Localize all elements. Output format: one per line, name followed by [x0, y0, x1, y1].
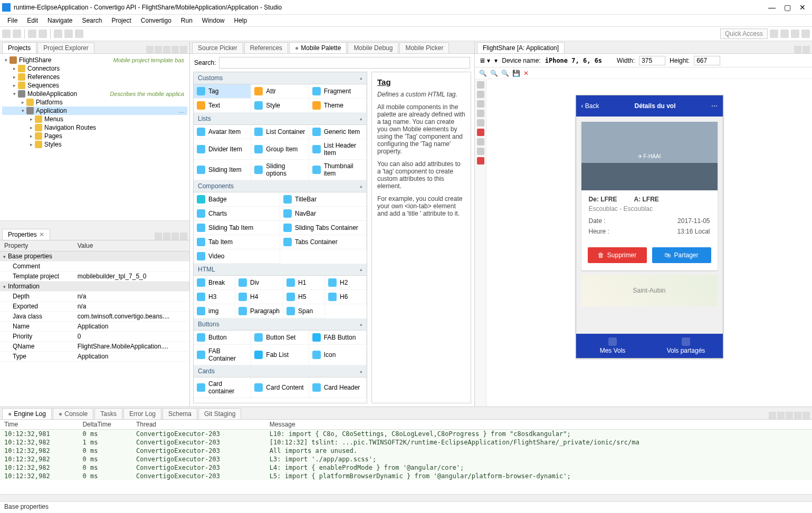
- palette-group-cards[interactable]: Cards▴: [194, 365, 367, 378]
- palette-item[interactable]: Charts: [194, 207, 280, 221]
- log-row[interactable]: 10:12:32,982 1 msConvertigoExecutor-203[…: [0, 438, 812, 447]
- tree-node-flightshare[interactable]: ▾FlightShareMobile project template bas: [2, 56, 187, 64]
- menu-convertigo[interactable]: Convertigo: [137, 16, 176, 25]
- tree-node-pages[interactable]: ▸Pages: [2, 132, 187, 140]
- palette-item[interactable]: H6: [325, 290, 367, 304]
- prop-row[interactable]: Comment: [0, 261, 189, 271]
- side-icon[interactable]: [477, 100, 484, 108]
- refresh-icon[interactable]: [477, 129, 484, 136]
- width-input[interactable]: [639, 56, 665, 65]
- nav-my-flights[interactable]: Mes Vols: [576, 334, 649, 358]
- palette-item[interactable]: Avatar Item: [194, 125, 251, 139]
- more-icon[interactable]: ⋯: [711, 102, 718, 110]
- zoom-icon[interactable]: 🔍: [490, 70, 498, 77]
- palette-item[interactable]: H5: [283, 290, 325, 304]
- tab-console[interactable]: ●Console: [53, 408, 93, 419]
- palette-item-fragment[interactable]: Fragment: [309, 84, 367, 99]
- palette-item-style[interactable]: Style: [251, 99, 309, 113]
- prop-row[interactable]: Template projectmobilebuilder_tpl_7_5_0: [0, 271, 189, 281]
- log-icon[interactable]: [777, 412, 785, 419]
- tab-source-picker[interactable]: Source Picker: [192, 42, 243, 53]
- props-category[interactable]: ▾Base properties: [0, 251, 189, 261]
- perspective-icon[interactable]: [801, 30, 810, 38]
- palette-group-lists[interactable]: Lists▴: [194, 113, 367, 125]
- device-menu-icon[interactable]: 🖥 ▾: [479, 57, 490, 64]
- palette-item[interactable]: Card container: [194, 378, 251, 398]
- view-icon[interactable]: [155, 46, 162, 53]
- palette-group-html[interactable]: HTML▴: [194, 264, 367, 276]
- tab-tasks[interactable]: Tasks: [94, 408, 122, 419]
- tree-scrollbar[interactable]: [0, 220, 189, 228]
- palette-item[interactable]: H2: [325, 276, 367, 290]
- toolbar-icon[interactable]: [39, 30, 47, 38]
- height-input[interactable]: [694, 56, 720, 65]
- menu-window[interactable]: Window: [198, 16, 229, 25]
- tab-error-log[interactable]: Error Log: [123, 408, 161, 419]
- palette-item[interactable]: Button Set: [251, 331, 309, 345]
- col-time[interactable]: Time: [0, 420, 78, 430]
- close-icon[interactable]: [477, 157, 484, 164]
- tab-projects[interactable]: Projects: [2, 42, 36, 53]
- palette-item[interactable]: Divider Item: [194, 139, 251, 160]
- menu-search[interactable]: Search: [78, 16, 106, 25]
- zoom-icon[interactable]: 🔍: [501, 70, 509, 77]
- back-button[interactable]: ‹ Back: [581, 102, 599, 110]
- tree-node-connectors[interactable]: ▸Connectors: [2, 64, 187, 73]
- palette-item[interactable]: Thumbnail item: [309, 160, 367, 180]
- perspective-icon[interactable]: [780, 30, 789, 38]
- side-icon[interactable]: [477, 138, 484, 146]
- view-icon[interactable]: [171, 46, 179, 53]
- log-icon[interactable]: [769, 412, 776, 419]
- toolbar-icon[interactable]: [64, 30, 73, 38]
- tree-node-application[interactable]: ▾Application...: [2, 107, 187, 115]
- tree-node-sequences[interactable]: ▸Sequences: [2, 81, 187, 90]
- palette-item[interactable]: FAB Button: [309, 331, 367, 345]
- log-row[interactable]: 10:12:32,981 0 msConvertigoExecutor-203 …: [0, 430, 812, 439]
- tree-node-navroutes[interactable]: ▸Navigation Routes: [2, 123, 187, 132]
- col-property[interactable]: Property: [0, 240, 73, 251]
- palette-item[interactable]: Generic Item: [309, 125, 367, 139]
- tab-project-explorer[interactable]: Project Explorer: [37, 42, 94, 53]
- palette-item[interactable]: Card Content: [251, 378, 309, 398]
- tab-mobile-debug[interactable]: Mobile Debug: [348, 42, 398, 53]
- menu-project[interactable]: Project: [107, 16, 135, 25]
- palette-group-buttons[interactable]: Buttons▴: [194, 318, 367, 331]
- share-button[interactable]: 🛍Partager: [652, 247, 711, 263]
- palette-item[interactable]: Tab Item: [194, 235, 280, 249]
- palette-item[interactable]: Fab List: [251, 345, 309, 365]
- save-icon[interactable]: 💾: [512, 70, 520, 77]
- palette-item[interactable]: Sliding options: [251, 160, 309, 180]
- view-icon[interactable]: [803, 46, 810, 53]
- tab-references[interactable]: References: [244, 42, 288, 53]
- tab-git-staging[interactable]: Git Staging: [198, 408, 241, 419]
- prop-row[interactable]: Exportedn/a: [0, 301, 189, 311]
- delete-button[interactable]: 🗑Supprimer: [588, 247, 647, 263]
- palette-item-theme[interactable]: Theme: [309, 99, 367, 113]
- palette-item-tag[interactable]: Tag: [194, 84, 251, 99]
- menu-navigate[interactable]: Navigate: [43, 16, 77, 25]
- side-icon[interactable]: [477, 119, 484, 127]
- tree-node-mobileapp[interactable]: ▾MobileApplicationDescribes the mobile a…: [2, 90, 187, 98]
- palette-item-attr[interactable]: Attr: [251, 84, 309, 99]
- tab-schema[interactable]: Schema: [163, 408, 197, 419]
- tree-node-platforms[interactable]: ▸Platforms: [2, 98, 187, 107]
- tab-mobile-palette[interactable]: ●Mobile Palette: [289, 42, 347, 53]
- palette-item[interactable]: H1: [283, 276, 325, 290]
- menu-help[interactable]: Help: [230, 16, 252, 25]
- view-icon[interactable]: [163, 46, 170, 53]
- tree-node-references[interactable]: ▸References: [2, 73, 187, 81]
- palette-item[interactable]: Group Item: [251, 139, 309, 160]
- palette-item[interactable]: Badge: [194, 192, 280, 207]
- palette-item[interactable]: Icon: [309, 345, 367, 365]
- palette-search-input[interactable]: [219, 57, 470, 69]
- palette-group-components[interactable]: Components▴: [194, 180, 367, 192]
- prop-row[interactable]: Depthn/a: [0, 291, 189, 301]
- zoom-icon[interactable]: 🔍: [479, 70, 487, 77]
- tab-mobile-picker[interactable]: Mobile Picker: [399, 42, 449, 53]
- toolbar-icon[interactable]: [13, 30, 21, 38]
- col-value[interactable]: Value: [73, 240, 189, 251]
- col-thread[interactable]: Thread: [132, 420, 265, 430]
- nav-shared-flights[interactable]: Vols partagés: [649, 334, 723, 358]
- menu-run[interactable]: Run: [177, 16, 197, 25]
- palette-item[interactable]: List Header Item: [309, 139, 367, 160]
